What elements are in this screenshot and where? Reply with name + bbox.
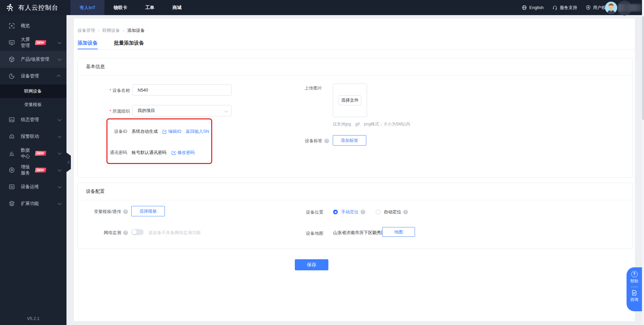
help-button[interactable]: ? 帮助 [630, 271, 638, 284]
device-name-input[interactable]: N540 [132, 84, 232, 96]
chevron-down-icon [58, 134, 61, 138]
divider [631, 287, 638, 287]
sidebar-item-network-devices[interactable]: 联网设备 [0, 85, 66, 98]
help-circle-icon: ? [361, 210, 365, 214]
device-location-label: 设备位置 [266, 209, 323, 215]
top-navigation: 有人IoT 物联卡 工单 商城 [71, 0, 191, 15]
breadcrumb-separator: › [98, 28, 99, 33]
consult-label: 咨询 [630, 297, 638, 303]
consult-button[interactable]: 咨询 [630, 290, 638, 303]
sidebar-item-screen-management[interactable]: 大屏管理 NEW [0, 34, 66, 51]
select-template-button[interactable]: 选择模板 [131, 206, 165, 216]
content-panel: 设备管理 › 联网设备 › 添加设备 添加设备 批量添加设备 基本信息 *设备名… [74, 18, 635, 321]
sidebar-item-data-center[interactable]: 数据中心 NEW [0, 145, 66, 162]
globe-icon [522, 5, 527, 10]
topnav-tab-work-order[interactable]: 工单 [136, 0, 164, 15]
organization-value: 我的项目 [138, 108, 155, 114]
user-account[interactable] [605, 0, 641, 15]
upload-hint: 仅支持jpg、gif、png格式；大小为5M以内 [333, 121, 410, 127]
chevron-down-icon [58, 57, 61, 61]
save-button[interactable]: 保存 [295, 259, 328, 270]
sidebar-item-label: 报警联动 [21, 133, 58, 140]
comm-password-value: 账号默认通讯密码 [132, 150, 167, 156]
breadcrumb-separator: › [123, 28, 124, 33]
chevron-left-icon [67, 161, 70, 164]
service-support-label: 服务支持 [560, 5, 577, 11]
auto-location-option[interactable]: 自动定位 [384, 209, 401, 215]
device-name-label: *设备名称 [78, 88, 130, 94]
language-label: English [529, 5, 544, 10]
change-password-link[interactable]: 修改密码 [172, 150, 195, 156]
edit-id-link[interactable]: 编辑ID [163, 128, 181, 134]
page-tabs: 添加设备 批量添加设备 [78, 37, 635, 50]
network-monitor-label: 网络监测 ? [78, 230, 128, 236]
tab-add-device[interactable]: 添加设备 [78, 37, 98, 49]
screen-icon [9, 40, 15, 46]
tab-batch-add-device[interactable]: 批量添加设备 [114, 37, 144, 49]
image-upload-dropzone[interactable]: 选择文件 [333, 84, 367, 117]
app-title: 有人云控制台 [18, 3, 58, 12]
monitor-pulse-icon [9, 184, 15, 190]
topbar-right: English 服务支持 用户权限 [522, 0, 610, 15]
sidebar-item-label: 联网设备 [24, 88, 42, 94]
chevron-down-icon [58, 151, 61, 155]
chevron-down-icon [58, 40, 61, 44]
device-name-value: N540 [138, 88, 148, 93]
topnav-tab-mall[interactable]: 商城 [164, 0, 191, 15]
chevron-down-icon [225, 109, 228, 113]
sidebar-item-device-management[interactable]: 设备管理 [0, 68, 66, 85]
breadcrumb-device-management[interactable]: 设备管理 [78, 28, 95, 34]
service-support[interactable]: 服务支持 [552, 5, 577, 11]
bar-chart-icon [9, 150, 15, 156]
return-input-sn-link[interactable]: 返回输入SN [186, 128, 209, 134]
sidebar-item-product-scene[interactable]: 产品/场景管理 [0, 51, 66, 68]
organization-select[interactable]: 我的项目 [132, 105, 232, 116]
sidebar-item-scada[interactable]: 组态管理 [0, 111, 66, 128]
breadcrumb-network-devices[interactable]: 联网设备 [102, 28, 120, 34]
sidebar-item-extensions[interactable]: 扩展功能 [0, 195, 66, 212]
product-cube-icon [9, 56, 15, 62]
topnav-tab-iot-card[interactable]: 物联卡 [104, 0, 136, 15]
choose-file-button[interactable]: 选择文件 [338, 95, 361, 105]
chevron-down-icon [58, 117, 61, 121]
language-switch[interactable]: English [522, 5, 544, 10]
device-id-row: 设备ID 系统自动生成 编辑ID 返回输入SN [107, 128, 211, 134]
sidebar-item-variable-template[interactable]: 变量模板 [0, 98, 66, 111]
sidebar-item-label: 增值服务 [21, 164, 33, 176]
page-scrollbar [642, 0, 644, 325]
manual-location-radio[interactable] [333, 210, 338, 214]
manual-location-option[interactable]: 手动定位 [341, 209, 359, 215]
auto-location-radio[interactable] [376, 210, 380, 214]
question-circle-icon: ? [631, 271, 638, 277]
sidebar-item-overview[interactable]: 概览 [0, 17, 66, 34]
new-badge: NEW [35, 40, 46, 45]
help-circle-icon: ? [403, 210, 408, 214]
device-id-value: 系统自动生成 [132, 128, 158, 134]
device-address: 山东省济南市历下区颖秀路 [333, 230, 385, 236]
sidebar-item-value-added[interactable]: 增值服务 NEW [0, 162, 66, 178]
help-label: 帮助 [630, 278, 638, 284]
map-button[interactable]: 地图 [382, 227, 415, 237]
device-tag-label: 设备标签 ? [252, 138, 329, 144]
app-version: V5.2.1 [0, 316, 66, 321]
username-redacted [618, 4, 641, 11]
scrollbar-thumb[interactable] [642, 16, 644, 120]
breadcrumb: 设备管理 › 联网设备 › 添加设备 [78, 28, 145, 34]
value-added-icon [9, 167, 15, 173]
sidebar-collapse-handle[interactable] [66, 153, 71, 172]
network-monitor-toggle[interactable] [131, 229, 144, 235]
topnav-tab-usr-iot[interactable]: 有人IoT [71, 0, 104, 15]
sidebar-item-label: 设备管理 [21, 73, 58, 79]
variable-template-label: 变量模板/透传 ? [78, 209, 128, 215]
basic-info-title: 基本信息 [78, 58, 633, 75]
floating-helper-widget: ? 帮助 咨询 [627, 267, 642, 311]
overview-icon [9, 23, 15, 29]
layers-icon [9, 201, 15, 207]
sidebar-item-label: 扩展功能 [21, 201, 58, 207]
add-tag-button[interactable]: 添加标签 [333, 135, 366, 146]
avatar[interactable] [605, 2, 617, 14]
sidebar-item-alarm-linkage[interactable]: 报警联动 [0, 128, 66, 145]
sidebar-item-device-ops[interactable]: 设备运维 [0, 178, 66, 195]
brand: 有人云控制台 [5, 0, 58, 15]
basic-info-section: 基本信息 *设备名称 N540 *所属组织 我的项目 设备ID 系统自动生成 [78, 58, 633, 177]
